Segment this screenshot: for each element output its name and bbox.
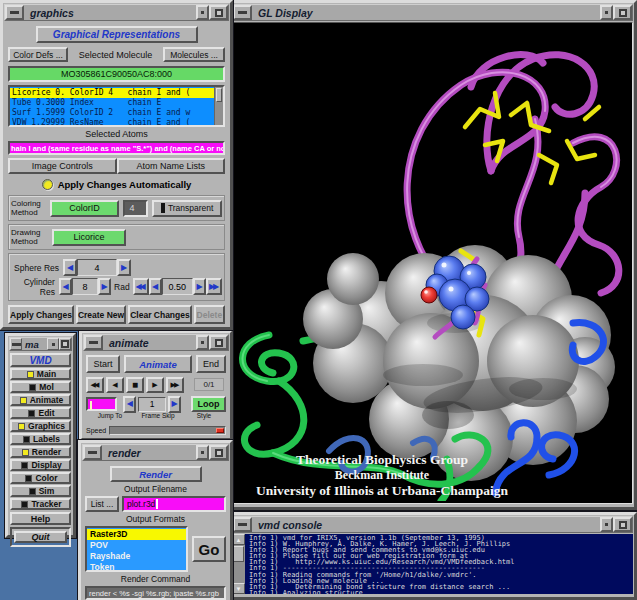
rep-list-scrollbar[interactable]	[214, 87, 223, 125]
apply-changes-button[interactable]: Apply Changes	[8, 305, 74, 324]
cylinder-res-decrease-button[interactable]: ◀	[59, 278, 72, 295]
animate-header-button[interactable]: Animate	[124, 355, 192, 373]
minimize-button[interactable]	[196, 445, 209, 460]
maximize-button[interactable]	[209, 445, 228, 460]
jump-to-field[interactable]	[86, 397, 117, 411]
rad-increase-button[interactable]: ▶	[193, 278, 206, 295]
rad-fast-decrease-button[interactable]: ◀◀	[133, 278, 149, 295]
format-item[interactable]: Rayshade	[87, 551, 186, 562]
stop-button[interactable]: ■	[126, 377, 144, 393]
minimize-button[interactable]	[600, 517, 613, 532]
frame-skip-increase-button[interactable]: ▶	[168, 396, 181, 413]
gl-titlebar[interactable]: GL Display	[232, 4, 633, 21]
atom-name-lists-tab[interactable]: Atom Name Lists	[117, 158, 226, 174]
step-forward-button[interactable]: ▶	[146, 377, 164, 393]
scrollbar-thumb[interactable]	[233, 546, 244, 562]
window-menu-button[interactable]	[5, 5, 24, 20]
graphical-representations-button[interactable]: Graphical Representations	[36, 26, 198, 43]
transparent-button[interactable]: Transparent	[152, 200, 222, 217]
maximize-button[interactable]	[59, 338, 71, 350]
output-filename-field[interactable]: plot.r3d	[122, 496, 226, 512]
minimize-button[interactable]	[600, 5, 613, 20]
render-header-button[interactable]: Render	[110, 466, 202, 482]
minimize-button[interactable]	[47, 338, 59, 350]
selected-atoms-field[interactable]: hain I and (same residue as name "S.*") …	[8, 141, 225, 155]
format-item[interactable]: Token	[87, 562, 186, 572]
rep-list-item[interactable]: Tube 0.3000 Index chain E	[10, 98, 214, 108]
color-defs-button[interactable]: Color Defs ...	[8, 47, 68, 62]
animate-titlebar[interactable]: animate	[83, 334, 229, 351]
colorid-value-field[interactable]: 4	[123, 200, 148, 217]
console-titlebar[interactable]: vmd console	[232, 516, 633, 533]
window-menu-button[interactable]	[233, 517, 252, 532]
menu-item-color[interactable]: Color	[10, 472, 71, 484]
maximize-button[interactable]	[209, 5, 228, 20]
clear-changes-button[interactable]: Clear Changes	[128, 305, 192, 324]
fast-forward-button[interactable]: ▶▶	[166, 377, 184, 393]
rad-fast-increase-button[interactable]: ▶▶	[206, 278, 222, 295]
rep-list-item[interactable]: Surf 1.5999 ColorID 2 chain E and w	[10, 108, 214, 118]
scrollbar-thumb[interactable]	[216, 88, 222, 102]
maximize-button[interactable]	[209, 335, 228, 350]
speed-slider[interactable]	[109, 426, 226, 435]
maximize-button[interactable]	[613, 5, 632, 20]
scroll-down-button[interactable]: ▼	[232, 583, 245, 594]
output-formats-list[interactable]: Raster3D POV Rayshade Token	[85, 526, 188, 572]
render-command-field[interactable]: render < %s -sgi %s.rgb; ipaste %s.rgb	[85, 586, 226, 600]
menu-item-animate[interactable]: Animate	[10, 394, 71, 406]
frame-skip-decrease-button[interactable]: ◀	[123, 396, 136, 413]
menu-item-display[interactable]: Display	[10, 459, 71, 471]
window-menu-button[interactable]	[83, 445, 102, 460]
sphere-res-decrease-button[interactable]: ◀	[63, 259, 77, 276]
minimize-button[interactable]	[196, 335, 209, 350]
vmd-header-button[interactable]: VMD	[10, 353, 71, 367]
apply-auto-radio[interactable]	[42, 179, 53, 190]
main-titlebar[interactable]: ma	[9, 337, 72, 351]
speed-slider-thumb[interactable]	[216, 428, 224, 433]
render-titlebar[interactable]: render	[82, 444, 229, 461]
delete-button[interactable]: Delete	[194, 305, 225, 324]
end-button[interactable]: End	[196, 355, 226, 373]
list-button[interactable]: List ...	[85, 496, 119, 512]
gl-viewport[interactable]: Theoretical Biophysics Group Beckman Ins…	[232, 22, 633, 504]
graphics-titlebar[interactable]: graphics	[4, 4, 229, 21]
minimize-button[interactable]	[196, 5, 209, 20]
cylinder-res-increase-button[interactable]: ▶	[98, 278, 111, 295]
step-back-button[interactable]: ◀	[106, 377, 124, 393]
console-log[interactable]: Info 1) vmd for IRIX5, version 1.1b (Sep…	[245, 534, 633, 594]
rad-decrease-button[interactable]: ◀	[149, 278, 162, 295]
menu-item-mol[interactable]: Mol	[10, 381, 71, 393]
menu-item-tracker[interactable]: Tracker	[10, 498, 71, 510]
menu-item-render[interactable]: Render	[10, 446, 71, 458]
window-menu-button[interactable]	[84, 335, 103, 350]
menu-item-labels[interactable]: Labels	[10, 433, 71, 445]
coloring-method-button[interactable]: ColorID	[50, 200, 120, 217]
menu-item-main[interactable]: Main	[10, 368, 71, 380]
format-item[interactable]: POV	[87, 540, 186, 551]
window-menu-button[interactable]	[233, 5, 252, 20]
rewind-button[interactable]: ◀◀	[86, 377, 104, 393]
start-button[interactable]: Start	[86, 355, 120, 373]
menu-item-edit[interactable]: Edit	[10, 407, 71, 419]
rep-list-item[interactable]: VDW 1.29999 ResName chain E and (	[10, 118, 214, 125]
help-button[interactable]: Help	[10, 512, 71, 525]
menu-item-graphics[interactable]: Graphics	[10, 420, 71, 432]
go-button[interactable]: Go	[192, 536, 226, 562]
scroll-up-button[interactable]: ▲	[232, 534, 245, 545]
molecules-button[interactable]: Molecules ...	[163, 47, 225, 62]
image-controls-tab[interactable]: Image Controls	[8, 158, 117, 174]
menu-item-sim[interactable]: Sim	[10, 485, 71, 497]
create-new-button[interactable]: Create New	[76, 305, 126, 324]
representations-list[interactable]: Licorice 0. ColorID 4 chain I and ( Tube…	[8, 85, 225, 127]
rep-list-item[interactable]: Licorice 0. ColorID 4 chain I and (	[10, 88, 214, 98]
scrollbar-track[interactable]	[232, 545, 245, 583]
drawing-method-button[interactable]: Licorice	[52, 229, 126, 246]
loop-style-button[interactable]: Loop	[191, 396, 226, 412]
window-menu-button[interactable]	[10, 338, 22, 350]
selected-molecule-field[interactable]: MO305861C90050AC8:000	[8, 66, 225, 82]
maximize-button[interactable]	[613, 517, 632, 532]
format-item[interactable]: Raster3D	[87, 529, 186, 540]
quit-button[interactable]: Quit	[14, 531, 67, 543]
sphere-res-increase-button[interactable]: ▶	[117, 259, 131, 276]
console-scrollbar[interactable]: ▲ ▼	[232, 534, 245, 594]
